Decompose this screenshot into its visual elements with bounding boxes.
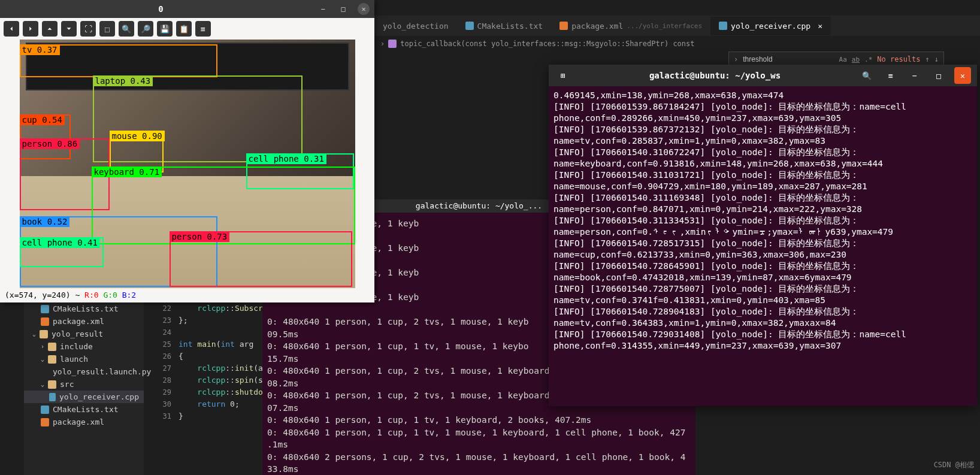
editor-tab[interactable]: yolo_detection — [374, 17, 457, 35]
detection-bbox: cell phone 0.41 — [20, 237, 104, 267]
file-icon — [48, 343, 56, 351]
file-icon — [465, 22, 474, 30]
file-icon — [41, 418, 49, 426]
cv-status-bar: (x=574, y=240) ~ R:0 G:0 B:2 — [0, 288, 374, 302]
file-tree-item[interactable]: package.xml — [24, 315, 144, 328]
file-tree-item[interactable]: yolo_receiver.cpp — [24, 391, 144, 403]
file-icon — [41, 317, 49, 326]
file-icon — [559, 22, 568, 30]
next-match-icon[interactable]: ↓ — [934, 55, 939, 63]
up-icon[interactable] — [42, 21, 58, 37]
close-button[interactable]: ✕ — [358, 3, 370, 15]
find-input[interactable] — [743, 55, 834, 63]
file-tree-item[interactable]: CMakeLists.txt — [24, 403, 144, 416]
file-icon — [40, 330, 48, 338]
settings-icon[interactable]: ≡ — [195, 21, 211, 37]
file-icon — [41, 406, 49, 414]
file-tree-item[interactable]: CMakeLists.txt — [24, 302, 144, 315]
editor-tab[interactable]: yolo_receiver.cpp× — [710, 17, 831, 35]
zoom-fit-icon[interactable]: ⛶ — [80, 21, 96, 37]
cv-titlebar[interactable]: 0 − □ ✕ — [0, 0, 374, 18]
editor-tab[interactable]: CMakeLists.txt — [457, 17, 552, 35]
cv-toolbar: ⛶ ⬚ 🔍 🔎 💾 📋 ≡ — [0, 18, 374, 40]
editor-tabs: yolo_detectionCMakeLists.txtpackage.xml.… — [374, 16, 980, 36]
maximize-icon[interactable]: □ — [930, 67, 947, 84]
save-icon[interactable]: 💾 — [157, 21, 173, 37]
breadcrumb[interactable]: › topic_callback(const yolo_interfaces::… — [374, 36, 980, 52]
terminal2-window: ⊞ galactic@ubuntu: ~/yolo_ws 🔍 ≡ − □ ✕ 0… — [549, 65, 977, 406]
find-results: No results — [877, 55, 920, 63]
back-icon[interactable] — [4, 21, 19, 37]
file-tree-item[interactable]: yolo_result.launch.py — [24, 365, 144, 378]
file-tree-item[interactable]: ›include — [24, 340, 144, 353]
search-icon[interactable]: 🔍 — [858, 67, 875, 84]
code-editor[interactable]: 22232425262728293031 rclcpp::Subscr }; i… — [155, 302, 262, 475]
maximize-button[interactable]: □ — [337, 3, 349, 15]
zoom-region-icon[interactable]: ⬚ — [99, 21, 115, 37]
editor-tab[interactable]: package.xml.../yolo_interfaces — [551, 17, 710, 35]
close-tab-icon[interactable]: × — [818, 22, 822, 31]
minimize-button[interactable]: − — [317, 3, 329, 15]
zoom-in-icon[interactable]: 🔍 — [119, 21, 134, 37]
close-icon[interactable]: ✕ — [954, 67, 971, 84]
prev-match-icon[interactable]: ↑ — [925, 55, 930, 63]
menu-icon[interactable]: ≡ — [882, 67, 899, 84]
file-tree-item[interactable]: ⌄src — [24, 378, 144, 391]
whole-word-icon[interactable]: ab — [852, 56, 860, 63]
cv-window-title: 0 — [5, 4, 317, 14]
detection-bbox: person 0.73 — [170, 231, 352, 287]
regex-icon[interactable]: .* — [864, 56, 872, 63]
zoom-out-icon[interactable]: 🔎 — [138, 21, 153, 37]
file-explorer: CMakeLists.txtpackage.xml⌄yolo_result›in… — [24, 302, 144, 475]
detection-image: tv 0.37laptop 0.43cup 0.54mouse 0.90pers… — [20, 40, 355, 288]
file-tree-item[interactable]: ⌄launch — [24, 353, 144, 365]
terminal2-titlebar[interactable]: ⊞ galactic@ubuntu: ~/yolo_ws 🔍 ≡ − □ ✕ — [549, 65, 977, 86]
opencv-window: 0 − □ ✕ ⛶ ⬚ 🔍 🔎 💾 📋 ≡ tv 0.37laptop 0.43… — [0, 0, 374, 302]
new-tab-icon[interactable]: ⊞ — [555, 67, 571, 84]
method-icon — [388, 40, 397, 48]
file-icon — [48, 355, 56, 364]
file-tree-item[interactable]: ⌄yolo_result — [24, 328, 144, 340]
forward-icon[interactable] — [23, 21, 38, 37]
file-icon — [41, 305, 49, 313]
file-icon — [49, 393, 56, 401]
terminal2-title: galactic@ubuntu: ~/yolo_ws — [579, 71, 851, 80]
down-icon[interactable] — [61, 21, 77, 37]
clipboard-icon[interactable]: 📋 — [176, 21, 192, 37]
chevron-right-icon[interactable]: › — [734, 55, 738, 63]
watermark: CSDN @相偲 — [934, 460, 974, 470]
file-icon — [719, 22, 727, 30]
minimize-icon[interactable]: − — [906, 67, 923, 84]
detection-bbox: tv 0.37 — [20, 44, 217, 77]
file-tree-item[interactable]: package.xml — [24, 416, 144, 428]
match-case-icon[interactable]: Aa — [839, 56, 847, 63]
terminal2-output[interactable]: 0.469145,xmin=138,ymin=268,xmax=638,ymax… — [549, 86, 977, 406]
file-icon — [48, 380, 56, 389]
